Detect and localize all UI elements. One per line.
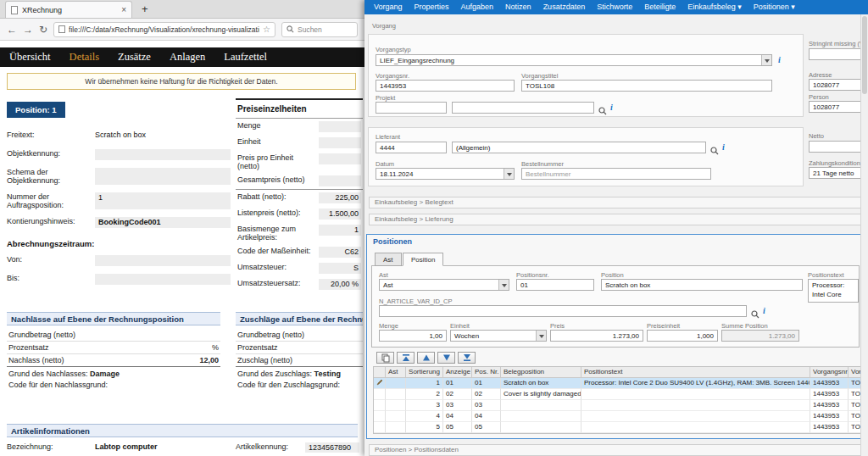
field-row: Kontierungshinweis:BookingCode001 bbox=[7, 217, 231, 228]
nav-tab-zusätze[interactable]: Zusätze bbox=[108, 51, 160, 64]
stringint-field[interactable] bbox=[809, 48, 868, 60]
field-row: Objektkennung: bbox=[7, 149, 231, 160]
tab-ast[interactable]: Ast bbox=[375, 253, 402, 266]
person-field[interactable]: 1028077 bbox=[809, 101, 868, 113]
table-row[interactable]: 505051443953TOSL108 bbox=[374, 422, 861, 433]
table-header-vorgangsnr-[interactable]: Vorgangsnr. bbox=[810, 367, 849, 378]
chevron-down-icon[interactable] bbox=[498, 280, 509, 290]
bezeichnung-value: Labtop computer bbox=[95, 442, 158, 451]
vorgangstitel-field[interactable]: TOSL108 bbox=[521, 80, 772, 92]
menu-properties[interactable]: Properties bbox=[409, 0, 455, 14]
lieferant-nr-field[interactable]: 4444 bbox=[376, 142, 447, 153]
position-header: Position: 1 bbox=[7, 102, 65, 118]
table-header-edit[interactable] bbox=[374, 367, 386, 378]
move-first-icon[interactable] bbox=[397, 352, 415, 364]
forward-icon[interactable]: → bbox=[23, 25, 33, 35]
preiseinheit-field[interactable]: 1,000 bbox=[647, 330, 718, 342]
table-header-positionstext[interactable]: Positionstext bbox=[581, 367, 810, 378]
article-var-field[interactable] bbox=[379, 305, 747, 317]
field-label: Schema der Objektkennung: bbox=[7, 168, 95, 185]
back-icon[interactable]: ← bbox=[7, 25, 17, 35]
vertical-scrollbar[interactable] bbox=[860, 14, 868, 456]
field-label: Bis: bbox=[7, 274, 95, 285]
datum-field[interactable]: 18.11.2024 bbox=[376, 168, 515, 180]
move-up-icon[interactable] bbox=[417, 352, 435, 364]
tab-close-icon[interactable]: × bbox=[121, 5, 126, 14]
vorgangsnr-field[interactable]: 1443953 bbox=[376, 80, 515, 92]
tab-position[interactable]: Position bbox=[403, 253, 443, 266]
collapsed-section-lieferung[interactable]: Einkaufsbeleg > Lieferung bbox=[369, 214, 868, 225]
table-cell: 04 bbox=[472, 411, 501, 422]
projekt-name-field[interactable] bbox=[452, 102, 594, 114]
price-label: Code der Maßeinheit: bbox=[237, 247, 315, 255]
adresse-field[interactable]: 1028077 bbox=[809, 79, 868, 91]
table-header-pos-nr-[interactable]: Pos. Nr. bbox=[472, 367, 501, 378]
info-icon[interactable]: i bbox=[763, 306, 765, 316]
price-value bbox=[319, 121, 361, 132]
menu-stichworte[interactable]: Stichworte bbox=[591, 0, 638, 14]
positionsnr-field[interactable]: 01 bbox=[516, 279, 594, 291]
positionstext-field[interactable]: Processor: Intel Core bbox=[808, 279, 859, 303]
field-value: 1 bbox=[95, 192, 231, 209]
reload-icon[interactable]: ↻ bbox=[39, 25, 47, 35]
table-header-sortierung[interactable]: Sortierung bbox=[406, 367, 443, 378]
table-header-anzeige[interactable]: Anzeige bbox=[443, 367, 472, 378]
table-row[interactable]: 404041443953TOSL108 bbox=[374, 411, 861, 422]
netto-field[interactable] bbox=[809, 141, 868, 153]
preis-field[interactable]: 1.273,00 bbox=[550, 330, 643, 342]
search-input[interactable]: Suchen bbox=[281, 22, 358, 37]
table-row[interactable]: 10101Scratch on boxProcessor: Intel Core… bbox=[374, 378, 861, 389]
menu-aufgaben[interactable]: Aufgaben bbox=[455, 0, 500, 14]
info-icon[interactable]: i bbox=[610, 103, 613, 113]
nav-tab-details[interactable]: Details bbox=[60, 51, 108, 64]
lookup-icon[interactable] bbox=[598, 103, 607, 112]
menu-beteiligte[interactable]: Beteiligte bbox=[638, 0, 682, 14]
nav-tab-laufzettel[interactable]: Laufzettel bbox=[214, 51, 276, 64]
chevron-down-icon[interactable] bbox=[504, 169, 514, 179]
table-row[interactable]: 303031443953TOSL108 bbox=[374, 400, 861, 411]
collapsed-section-positionsdaten[interactable]: Positionen > Positionsdaten bbox=[369, 444, 868, 456]
lieferant-name-field[interactable]: (Allgemein) bbox=[452, 142, 706, 153]
menu-notizen[interactable]: Notizen bbox=[499, 0, 537, 14]
ast-select[interactable]: Ast bbox=[379, 279, 509, 291]
info-icon[interactable]: i bbox=[722, 142, 725, 153]
move-last-icon[interactable] bbox=[458, 352, 476, 364]
einheit-select[interactable]: Wochen bbox=[450, 330, 547, 342]
menu-vorgang[interactable]: Vorgang bbox=[368, 0, 409, 14]
browser-tab[interactable]: XRechnung × bbox=[5, 1, 132, 18]
url-input[interactable]: file:///C:/data/xRechnung/Visualization/… bbox=[53, 22, 275, 37]
lookup-icon[interactable] bbox=[751, 307, 760, 315]
vorgang-panel: Vorgangstyp LIEF_Eingangsrechnung i Vorg… bbox=[368, 34, 804, 117]
field-value bbox=[95, 255, 231, 266]
menge-field[interactable]: 1,00 bbox=[379, 330, 447, 342]
nav-tab-übersicht[interactable]: Übersicht bbox=[0, 51, 60, 64]
lookup-icon[interactable] bbox=[710, 143, 719, 152]
bookmark-star-icon[interactable]: ☆ bbox=[263, 25, 270, 34]
price-value: C62 bbox=[319, 247, 361, 258]
table-cell: 1443953 bbox=[810, 378, 849, 389]
vorgangstyp-select[interactable]: LIEF_Eingangsrechnung bbox=[376, 54, 772, 66]
table-header-belegposition[interactable]: Belegposition bbox=[501, 367, 581, 378]
menu-einkaufsbeleg[interactable]: Einkaufsbeleg ▾ bbox=[682, 0, 748, 14]
chevron-down-icon[interactable] bbox=[536, 331, 546, 341]
adjustment-inline-row: Code für den Zuschlagsgrund: bbox=[236, 378, 363, 389]
table-header-ast[interactable]: Ast bbox=[386, 367, 406, 378]
info-icon[interactable]: i bbox=[778, 55, 781, 65]
table-header-vorgangstitel[interactable]: Vorgangstitel bbox=[849, 367, 861, 378]
table-row[interactable]: 20202Cover is slightly damaged.1443953TO… bbox=[374, 389, 861, 400]
bestellnummer-field[interactable]: Bestellnummer bbox=[521, 168, 711, 180]
projekt-nr-field[interactable] bbox=[376, 102, 447, 114]
price-details-header: Preiseinzelheiten bbox=[236, 98, 363, 119]
zahlungskondition-field[interactable]: 21 Tage netto bbox=[809, 167, 868, 179]
copy-icon[interactable] bbox=[376, 352, 394, 364]
nav-tab-anlagen[interactable]: Anlagen bbox=[160, 51, 214, 64]
scrollbar-thumb[interactable] bbox=[862, 16, 867, 94]
new-tab-button[interactable]: + bbox=[137, 1, 153, 18]
collapsed-section-belegtext[interactable]: Einkaufsbeleg > Belegtext bbox=[369, 197, 868, 209]
menu-zusatzdaten[interactable]: Zusatzdaten bbox=[537, 0, 592, 14]
position-field[interactable]: Scratch on box bbox=[601, 279, 803, 291]
move-down-icon[interactable] bbox=[437, 352, 455, 364]
chevron-down-icon[interactable] bbox=[761, 55, 771, 65]
menu-positionen[interactable]: Positionen ▾ bbox=[748, 0, 801, 14]
vorgangstitel-label: Vorgangstitel bbox=[521, 72, 558, 80]
